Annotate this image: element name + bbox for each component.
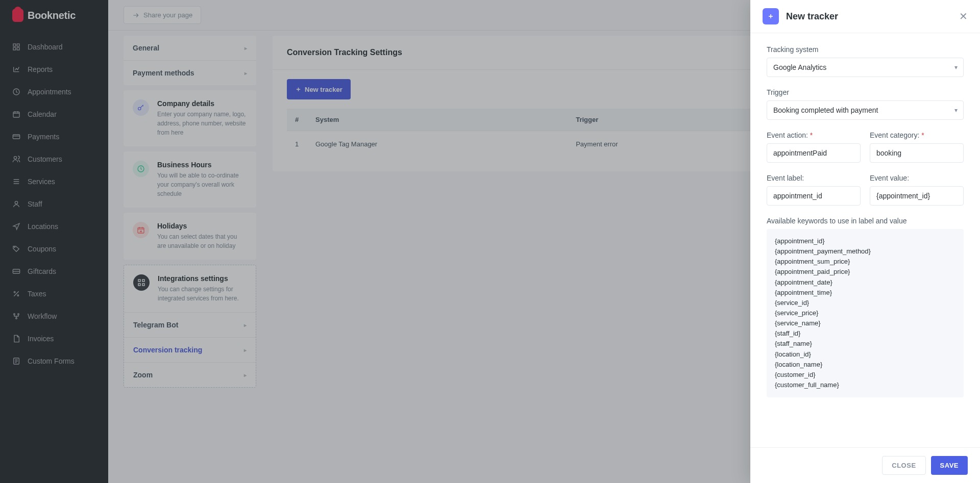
new-tracker-drawer: ＋ New tracker ✕ Tracking system Google A… (750, 0, 980, 483)
field-keywords: Available keywords to use in label and v… (767, 217, 964, 397)
field-event-category: Event category: * (870, 131, 964, 163)
drawer-title: New tracker (786, 11, 952, 22)
keywords-label: Available keywords to use in label and v… (767, 217, 964, 225)
label-text: Event action: (767, 131, 808, 139)
trigger-label: Trigger (767, 88, 964, 96)
event-label-input[interactable] (767, 186, 861, 206)
save-button[interactable]: SAVE (931, 456, 968, 475)
row-label-value: Event label: Event value: (767, 174, 964, 217)
event-label-label: Event label: (767, 174, 861, 182)
field-trigger: Trigger Booking completed with payment (767, 88, 964, 120)
select-wrap: Booking completed with payment (767, 100, 964, 120)
keywords-box: {appointment_id} {appointment_payment_me… (767, 229, 964, 397)
label-text: Event category: (870, 131, 919, 139)
required-star: * (810, 131, 813, 139)
plus-badge-icon: ＋ (763, 8, 779, 24)
required-star: * (921, 131, 924, 139)
drawer-body: Tracking system Google Analytics Trigger… (750, 33, 980, 447)
trigger-select[interactable]: Booking completed with payment (767, 100, 964, 120)
event-action-input[interactable] (767, 143, 861, 163)
drawer-header: ＋ New tracker ✕ (750, 0, 980, 33)
field-event-value: Event value: (870, 174, 964, 206)
tracking-system-select[interactable]: Google Analytics (767, 58, 964, 77)
select-wrap: Google Analytics (767, 58, 964, 77)
drawer-footer: CLOSE SAVE (750, 447, 980, 483)
close-button[interactable]: CLOSE (882, 456, 925, 475)
event-category-label: Event category: * (870, 131, 964, 139)
event-category-input[interactable] (870, 143, 964, 163)
field-event-label: Event label: (767, 174, 861, 206)
event-value-label: Event value: (870, 174, 964, 182)
close-icon[interactable]: ✕ (959, 10, 968, 22)
tracking-system-label: Tracking system (767, 45, 964, 54)
row-action-category: Event action: * Event category: * (767, 131, 964, 174)
field-tracking-system: Tracking system Google Analytics (767, 45, 964, 77)
event-action-label: Event action: * (767, 131, 861, 139)
event-value-input[interactable] (870, 186, 964, 206)
field-event-action: Event action: * (767, 131, 861, 163)
